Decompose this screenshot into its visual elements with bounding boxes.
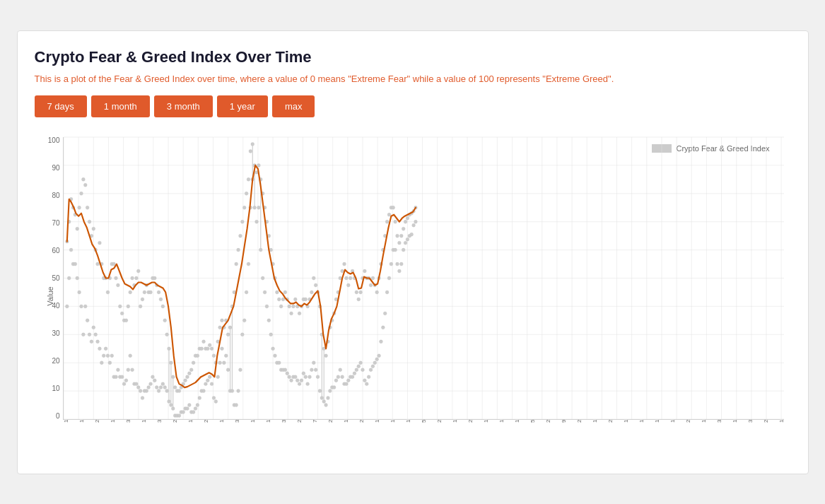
svg-point-170 — [177, 389, 181, 392]
x-label-14: 3 Nov, 2018 — [281, 420, 287, 423]
svg-point-230 — [238, 234, 242, 238]
svg-point-103 — [107, 361, 111, 364]
x-label-6: 3 Jun, 2018 — [156, 420, 163, 423]
svg-point-171 — [177, 414, 181, 417]
svg-point-255 — [263, 290, 267, 293]
btn-1month[interactable]: 1 month — [91, 95, 150, 117]
x-label-43: 17 May, 2020 — [732, 420, 738, 423]
svg-point-112 — [118, 304, 122, 307]
main-card: Crypto Fear & Greed Index Over Time This… — [17, 30, 809, 474]
x-label-16: 7 Dec, 2018 — [312, 420, 318, 423]
y-label-0: 0 — [56, 413, 60, 420]
svg-point-309 — [318, 389, 322, 392]
x-label-29: 19 Jul, 2019 — [514, 420, 520, 423]
svg-point-139 — [144, 389, 148, 392]
svg-point-89 — [93, 332, 97, 336]
svg-point-63 — [67, 276, 71, 280]
svg-point-263 — [271, 346, 274, 350]
svg-point-235 — [242, 318, 246, 322]
svg-point-218 — [226, 332, 230, 336]
svg-point-358 — [369, 283, 373, 286]
svg-point-180 — [187, 371, 191, 375]
x-label-27: 16 Jun, 2019 — [483, 420, 489, 423]
svg-point-80 — [86, 206, 89, 209]
svg-point-211 — [218, 361, 221, 364]
svg-point-359 — [369, 368, 373, 371]
svg-point-75 — [79, 304, 83, 307]
svg-point-72 — [77, 206, 81, 209]
svg-point-388 — [399, 234, 403, 238]
btn-1year[interactable]: 1 year — [217, 95, 268, 117]
svg-point-395 — [406, 238, 409, 241]
svg-point-114 — [120, 311, 124, 315]
svg-point-155 — [160, 382, 164, 385]
svg-point-303 — [312, 361, 315, 364]
y-label-100: 100 — [48, 137, 60, 144]
svg-point-156 — [163, 318, 166, 322]
x-label-19: 27 Jan, 2019 — [358, 420, 365, 423]
x-label-25: 12 May, 2019 — [452, 420, 458, 423]
svg-point-399 — [409, 233, 413, 236]
y-label-20: 20 — [52, 358, 59, 365]
svg-point-393 — [404, 241, 407, 245]
svg-point-122 — [128, 290, 131, 293]
svg-point-317 — [326, 396, 329, 399]
svg-point-369 — [379, 339, 382, 343]
svg-point-301 — [310, 368, 313, 371]
svg-point-346 — [356, 297, 360, 300]
svg-point-210 — [218, 325, 221, 329]
svg-point-266 — [275, 290, 279, 293]
btn-max[interactable]: max — [272, 95, 315, 117]
svg-point-380 — [391, 206, 394, 209]
svg-point-382 — [393, 220, 397, 223]
x-label-17: 24 Dec, 2018 — [327, 420, 334, 423]
svg-point-323 — [332, 385, 336, 389]
x-label-20: 13 Feb, 2019 — [374, 420, 380, 423]
svg-point-239 — [247, 262, 250, 266]
btn-7days[interactable]: 7 days — [35, 95, 87, 117]
svg-point-131 — [136, 385, 140, 389]
svg-point-315 — [324, 403, 327, 406]
svg-point-390 — [402, 227, 405, 230]
svg-point-87 — [91, 325, 95, 329]
svg-point-77 — [81, 332, 85, 336]
x-label-40: 2 Mar, 2020 — [685, 420, 691, 423]
svg-point-268 — [277, 297, 281, 300]
svg-point-79 — [83, 304, 87, 307]
x-label-18: 10 Jan, 2019 — [343, 420, 349, 423]
svg-point-95 — [100, 361, 103, 364]
svg-point-115 — [120, 375, 124, 378]
svg-point-185 — [192, 410, 195, 414]
svg-point-401 — [411, 223, 415, 227]
svg-point-200 — [208, 343, 211, 346]
svg-point-119 — [124, 378, 128, 382]
svg-point-329 — [338, 368, 341, 371]
svg-point-145 — [151, 375, 154, 378]
svg-point-353 — [363, 378, 366, 382]
svg-point-92 — [98, 241, 101, 245]
svg-point-188 — [195, 353, 199, 357]
svg-point-265 — [273, 353, 276, 357]
svg-point-219 — [226, 368, 230, 371]
x-label-35: 2 Nov, 2019 — [607, 420, 614, 423]
svg-point-352 — [363, 269, 366, 273]
svg-point-61 — [65, 304, 69, 307]
svg-point-73 — [77, 290, 81, 293]
svg-point-345 — [354, 368, 358, 371]
y-label-40: 40 — [52, 303, 59, 310]
x-label-11: 30 Aug, 2018 — [234, 420, 240, 423]
svg-point-189 — [195, 403, 199, 406]
svg-point-261 — [269, 332, 272, 336]
svg-point-199 — [206, 378, 209, 382]
svg-point-213 — [220, 346, 223, 350]
x-label-30: 5 Aug, 2019 — [529, 420, 536, 423]
svg-point-209 — [216, 375, 219, 378]
time-range-buttons: 7 days 1 month 3 month 1 year max — [35, 95, 791, 117]
fear-greed-line — [66, 165, 415, 387]
svg-point-344 — [354, 290, 358, 293]
svg-point-147 — [153, 378, 156, 382]
svg-point-69 — [73, 262, 76, 266]
btn-3month[interactable]: 3 month — [154, 95, 213, 117]
chart-svg — [64, 137, 784, 419]
svg-point-203 — [210, 382, 213, 385]
